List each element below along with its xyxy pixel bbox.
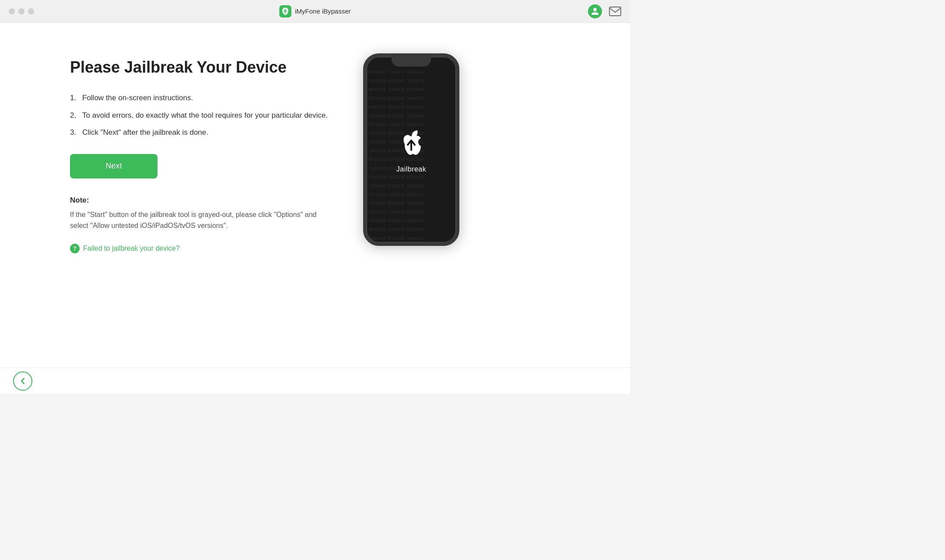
instruction-num-3: 3. (70, 127, 80, 138)
failed-link-text: Failed to jailbreak your device? (83, 245, 180, 252)
maximize-traffic-light[interactable] (28, 8, 34, 14)
note-section: Note: If the "Start" button of the jailb… (70, 196, 332, 231)
instruction-text-2: To avoid errors, do exactly what the too… (82, 110, 328, 121)
instruction-text-3: Click "Next" after the jailbreak is done… (82, 127, 208, 138)
instruction-item-1: 1. Follow the on-screen instructions. (70, 92, 332, 104)
note-label: Note: (70, 196, 332, 205)
instruction-text-1: Follow the on-screen instructions. (82, 92, 193, 104)
failed-jailbreak-link[interactable]: ? Failed to jailbreak your device? (70, 244, 332, 253)
mail-button[interactable] (609, 7, 621, 16)
close-traffic-light[interactable] (9, 8, 15, 14)
app-title: iMyFone iBypasser (295, 7, 351, 15)
traffic-lights (9, 8, 34, 14)
mail-icon (609, 7, 621, 16)
right-panel: 01001010 11001011 00101101 11010010 0011… (359, 49, 464, 246)
next-button[interactable]: Next (70, 154, 158, 178)
app-logo-icon (279, 5, 291, 18)
back-arrow-icon (18, 377, 27, 385)
jailbreak-icon (394, 126, 429, 161)
titlebar-actions (588, 4, 621, 18)
instructions-list: 1. Follow the on-screen instructions. 2.… (70, 92, 332, 138)
titlebar-center: iMyFone iBypasser (279, 5, 351, 18)
main-content: Please Jailbreak Your Device 1. Follow t… (0, 23, 630, 368)
jailbreak-label: Jailbreak (396, 165, 427, 173)
user-icon (591, 7, 599, 16)
phone-mockup: 01001010 11001011 00101101 11010010 0011… (363, 53, 459, 246)
instruction-item-2: 2. To avoid errors, do exactly what the … (70, 110, 332, 121)
help-icon: ? (70, 244, 80, 253)
back-button[interactable] (13, 371, 32, 391)
left-panel: Please Jailbreak Your Device 1. Follow t… (70, 49, 332, 253)
bottom-bar (0, 368, 630, 394)
phone-screen-content: Jailbreak (394, 126, 429, 173)
instruction-num-1: 1. (70, 92, 80, 104)
user-account-button[interactable] (588, 4, 602, 18)
note-text: If the "Start" button of the jailbreak t… (70, 209, 332, 231)
instruction-item-3: 3. Click "Next" after the jailbreak is d… (70, 127, 332, 138)
apple-arrow-icon (394, 126, 429, 161)
minimize-traffic-light[interactable] (18, 8, 24, 14)
titlebar: iMyFone iBypasser (0, 0, 630, 23)
svg-rect-2 (609, 7, 621, 16)
instruction-num-2: 2. (70, 110, 80, 121)
page-title: Please Jailbreak Your Device (70, 58, 332, 77)
phone-notch (392, 57, 431, 66)
